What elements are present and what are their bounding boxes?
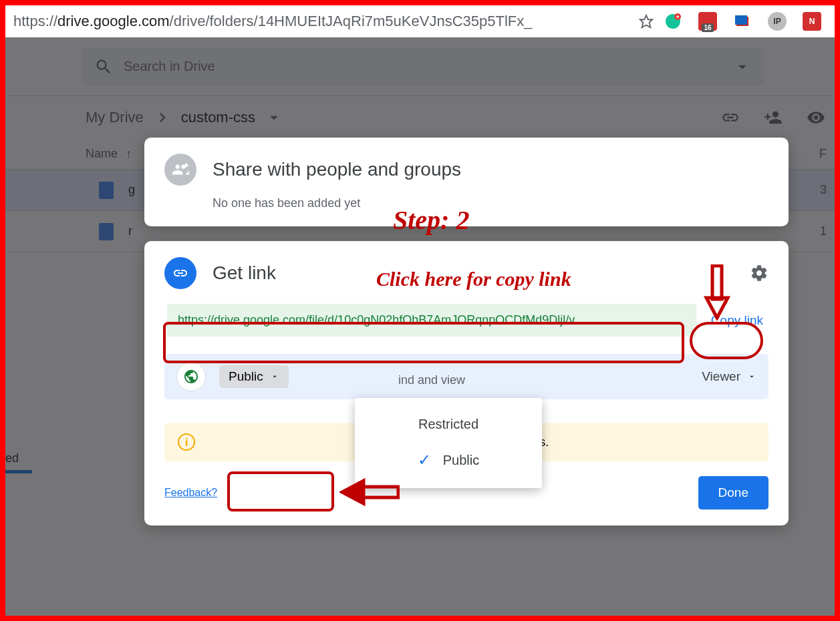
grammarly-ext-icon[interactable]	[664, 12, 682, 31]
caret-down-icon	[747, 372, 756, 381]
box-ext-icon[interactable]	[733, 12, 752, 31]
access-option-public[interactable]: ✓ Public	[355, 441, 542, 479]
check-icon: ✓	[418, 451, 431, 469]
red-ext-icon[interactable]: N	[803, 12, 821, 31]
annotation-box-copy	[690, 322, 763, 359]
link-circle-icon	[164, 257, 196, 289]
svg-marker-9	[342, 481, 364, 503]
annotation-box-link	[163, 322, 684, 363]
settings-gear-icon[interactable]	[750, 264, 768, 282]
svg-rect-4	[735, 15, 747, 25]
annotation-box-public	[227, 471, 334, 511]
done-button[interactable]: Done	[698, 476, 768, 509]
calendar-ext-icon[interactable]: 16	[698, 12, 717, 31]
extension-icons: 16 IP N	[656, 12, 829, 31]
bookmark-star-icon[interactable]	[637, 12, 656, 31]
browser-address-bar: https://drive.google.com/drive/folders/1…	[5, 5, 835, 37]
role-dropdown[interactable]: Viewer	[702, 369, 756, 384]
access-dropdown-menu: Restricted ✓ Public	[355, 398, 542, 488]
getlink-title: Get link	[213, 262, 276, 284]
feedback-link[interactable]: Feedback?	[164, 487, 217, 499]
ip-ext-icon[interactable]: IP	[768, 12, 787, 31]
annotation-click: Click here for copy link	[376, 268, 571, 290]
access-option-restricted[interactable]: Restricted	[355, 407, 542, 441]
url-display[interactable]: https://drive.google.com/drive/folders/1…	[11, 9, 637, 34]
caret-down-icon	[270, 372, 279, 381]
info-icon: i	[178, 433, 195, 451]
access-dropdown[interactable]: Public	[219, 365, 289, 388]
globe-icon	[176, 362, 206, 391]
svg-marker-0	[640, 15, 652, 27]
people-icon	[164, 154, 196, 186]
share-title: Share with people and groups	[213, 159, 461, 180]
svg-rect-6	[712, 266, 722, 299]
access-description-visible: ind and view	[398, 373, 465, 387]
share-subtitle: No one has been added yet	[213, 196, 768, 210]
annotation-step: Step: 2	[393, 204, 469, 236]
svg-rect-8	[362, 487, 398, 497]
arrow-down-icon	[704, 264, 730, 321]
arrow-left-icon	[339, 478, 400, 506]
